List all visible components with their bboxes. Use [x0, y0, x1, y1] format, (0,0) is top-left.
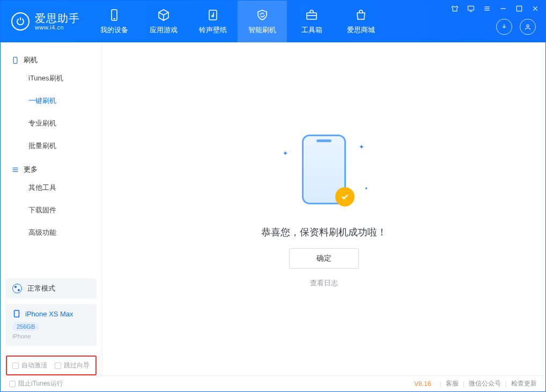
bag-icon: [354, 8, 368, 22]
svg-rect-14: [13, 57, 17, 63]
svg-rect-18: [14, 310, 19, 317]
options-highlight-box: 自动激活 跳过向导: [6, 356, 97, 375]
app-logo[interactable]: 爱思助手 www.i4.cn: [1, 12, 90, 31]
mode-label: 正常模式: [27, 284, 55, 293]
ok-button[interactable]: 确定: [289, 248, 359, 269]
sidebar-item-advanced[interactable]: 高级功能: [1, 221, 102, 244]
sidebar-item-other-tools[interactable]: 其他工具: [1, 176, 102, 199]
footer-link-check-update[interactable]: 检查更新: [511, 379, 537, 388]
refresh-shield-icon: [255, 8, 269, 22]
device-card[interactable]: iPhone XS Max 256GB iPhone: [6, 304, 97, 346]
footer-link-support[interactable]: 客服: [446, 379, 459, 388]
menu-icon[interactable]: [482, 4, 492, 13]
sidebar-group-flash: 刷机: [1, 48, 102, 67]
cube-icon: [157, 8, 171, 22]
download-manager-button[interactable]: [496, 19, 512, 35]
nav-label: 工具箱: [301, 25, 322, 35]
checkbox-prevent-itunes[interactable]: 阻止iTunes运行: [9, 379, 63, 388]
device-icon: [11, 56, 19, 64]
sidebar-item-pro-flash[interactable]: 专业刷机: [1, 112, 102, 135]
sparkle-icon: ✦: [283, 150, 288, 157]
checkbox-skip-setup[interactable]: 跳过向导: [55, 361, 90, 370]
app-name: 爱思助手: [35, 12, 80, 24]
nav-label: 爱思商城: [347, 25, 375, 35]
nav-smart-flash[interactable]: 智能刷机: [238, 1, 287, 42]
sidebar-item-one-click-flash[interactable]: 一键刷机: [1, 90, 102, 112]
device-name: iPhone XS Max: [25, 310, 73, 318]
window-controls: [450, 4, 540, 13]
sidebar: 刷机 iTunes刷机 一键刷机 专业刷机 批量刷机 更多 其他工具 下载固件 …: [1, 42, 102, 375]
nav-label: 我的设备: [100, 25, 128, 35]
device-mode-pill[interactable]: 正常模式: [6, 278, 97, 299]
phone-icon: [107, 8, 121, 22]
nav-ringtones-wallpapers[interactable]: 铃声壁纸: [188, 1, 238, 42]
toolbox-icon: [305, 8, 319, 22]
nav-label: 铃声壁纸: [199, 25, 227, 35]
header-right-buttons: [496, 19, 536, 35]
skin-icon[interactable]: [450, 4, 460, 13]
maximize-button[interactable]: [514, 4, 524, 13]
mode-icon: [12, 284, 22, 293]
list-icon: [11, 166, 19, 174]
sidebar-group-more: 更多: [1, 157, 102, 176]
svg-rect-5: [468, 6, 474, 10]
view-log-link[interactable]: 查看日志: [310, 278, 338, 288]
close-button[interactable]: [530, 4, 540, 13]
header: 爱思助手 www.i4.cn 我的设备 应用游戏 铃声壁纸 智能刷机 工具箱 爱…: [1, 1, 545, 42]
group-title: 刷机: [24, 55, 38, 65]
success-illustration: ✦ ✦ •: [278, 130, 370, 216]
svg-rect-10: [517, 6, 521, 11]
feedback-icon[interactable]: [466, 4, 476, 13]
device-capacity: 256GB: [12, 322, 39, 331]
minimize-button[interactable]: [498, 4, 508, 13]
main-body: 刷机 iTunes刷机 一键刷机 专业刷机 批量刷机 更多 其他工具 下载固件 …: [1, 42, 545, 375]
music-note-icon: [206, 8, 220, 22]
sidebar-item-download-firmware[interactable]: 下载固件: [1, 199, 102, 221]
nav-apps-games[interactable]: 应用游戏: [139, 1, 188, 42]
sparkle-icon: •: [365, 185, 367, 193]
checkbox-auto-activate[interactable]: 自动激活: [12, 361, 47, 370]
svg-rect-4: [307, 13, 316, 19]
nav-label: 应用游戏: [150, 25, 178, 35]
device-type: iPhone: [12, 333, 90, 339]
svg-point-3: [212, 16, 213, 17]
nav-toolbox[interactable]: 工具箱: [287, 1, 336, 42]
footer-link-wechat[interactable]: 微信公众号: [469, 379, 501, 388]
app-url: www.i4.cn: [35, 24, 80, 31]
sidebar-item-itunes-flash[interactable]: iTunes刷机: [1, 67, 102, 90]
logo-badge-icon: [11, 12, 29, 31]
group-title: 更多: [24, 165, 38, 174]
nav-my-device[interactable]: 我的设备: [90, 1, 139, 42]
main-content: ✦ ✦ • 恭喜您，保资料刷机成功啦！ 确定 查看日志: [102, 42, 545, 375]
svg-point-13: [527, 25, 529, 27]
device-phone-icon: [12, 309, 21, 318]
footer: 阻止iTunes运行 V8.16 | 客服 | 微信公众号 | 检查更新: [1, 375, 545, 391]
top-nav: 我的设备 应用游戏 铃声壁纸 智能刷机 工具箱 爱思商城: [90, 1, 386, 42]
nav-label: 智能刷机: [248, 25, 276, 35]
success-check-icon: [335, 187, 355, 206]
sparkle-icon: ✦: [359, 143, 364, 151]
success-message: 恭喜您，保资料刷机成功啦！: [261, 226, 387, 239]
nav-store[interactable]: 爱思商城: [336, 1, 386, 42]
user-account-button[interactable]: [520, 19, 536, 35]
sidebar-item-batch-flash[interactable]: 批量刷机: [1, 135, 102, 157]
version-label: V8.16: [414, 380, 431, 388]
